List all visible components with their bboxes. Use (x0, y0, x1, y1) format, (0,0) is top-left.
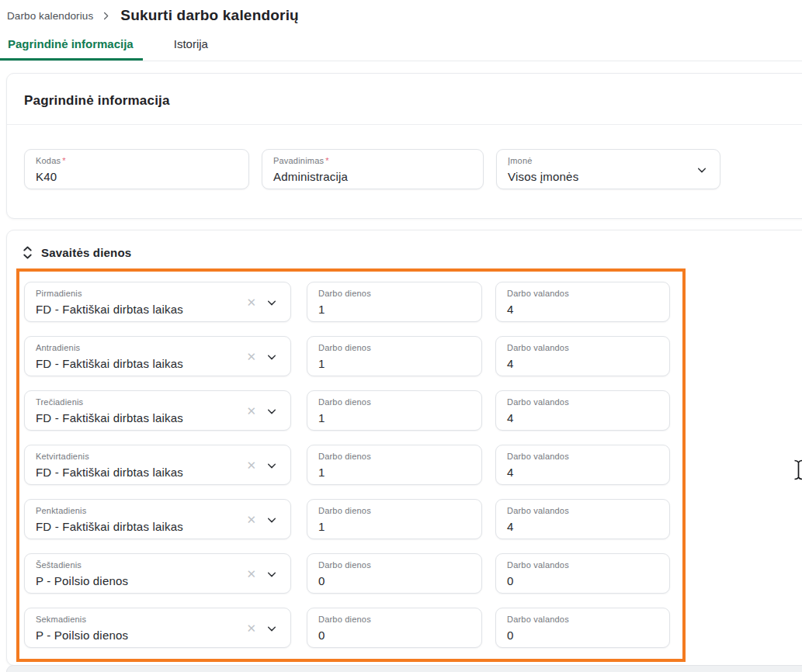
code-value: K40 (36, 170, 238, 183)
page-title: Sukurti darbo kalendorių (120, 7, 299, 24)
weekdays-card: Savaitės dienos Pirmadienis FD - Faktišk… (6, 230, 802, 666)
tab-bar: Pagrindinė informacija Istorija (0, 37, 802, 61)
work-hours-value: 4 (507, 411, 658, 424)
work-hours-input[interactable]: Darbo valandos 4 (495, 499, 670, 539)
name-value: Administracija (273, 170, 472, 183)
work-days-input[interactable]: Darbo dienos 0 (307, 608, 482, 648)
work-days-value: 1 (318, 520, 470, 533)
day-type-select-ketvirtadienis[interactable]: Ketvirtadienis FD - Faktiškai dirbtas la… (24, 445, 291, 485)
chevron-down-icon[interactable] (266, 622, 278, 635)
collapse-expand-icon[interactable] (23, 246, 33, 259)
work-days-input[interactable]: Darbo dienos 1 (307, 336, 482, 376)
work-hours-label: Darbo valandos (507, 506, 658, 515)
day-type-select-sestadienis[interactable]: Šeštadienis P - Poilsio dienos ✕ (24, 553, 291, 594)
required-asterisk: * (325, 156, 328, 165)
day-type-value: FD - Faktiškai dirbtas laikas (36, 466, 236, 479)
tab-pagrindine-informacija[interactable]: Pagrindinė informacija (0, 37, 143, 61)
work-days-label: Darbo dienos (318, 343, 470, 352)
card-title: Pagrindinė informacija (7, 74, 802, 124)
work-hours-input[interactable]: Darbo valandos 4 (495, 336, 670, 376)
day-type-select-pirmadienis[interactable]: Pirmadienis FD - Faktiškai dirbtas laika… (24, 282, 291, 322)
code-field[interactable]: Kodas* K40 (24, 149, 249, 189)
work-days-input[interactable]: Darbo dienos 1 (307, 390, 482, 431)
weekday-row: Penktadienis FD - Faktiškai dirbtas laik… (24, 499, 682, 539)
day-type-value: P - Poilsio dienos (36, 574, 236, 587)
day-label: Šeštadienis (36, 560, 236, 570)
work-days-input[interactable]: Darbo dienos 1 (307, 445, 482, 485)
chevron-down-icon[interactable] (696, 164, 708, 176)
day-type-select-antradienis[interactable]: Antradienis FD - Faktiškai dirbtas laika… (24, 336, 291, 376)
chevron-down-icon[interactable] (266, 459, 278, 472)
work-hours-value: 4 (507, 303, 658, 316)
work-hours-label: Darbo valandos (507, 452, 658, 461)
work-hours-value: 4 (507, 466, 658, 479)
work-days-label: Darbo dienos (318, 289, 470, 298)
company-value: Visos įmonės (508, 170, 709, 183)
clear-icon[interactable]: ✕ (246, 405, 256, 417)
weekday-row: Trečiadienis FD - Faktiškai dirbtas laik… (24, 390, 682, 431)
work-days-input[interactable]: Darbo dienos 1 (307, 282, 482, 322)
weekday-row: Antradienis FD - Faktiškai dirbtas laika… (24, 336, 682, 376)
chevron-down-icon[interactable] (266, 514, 278, 526)
clear-icon[interactable]: ✕ (246, 296, 256, 308)
work-hours-label: Darbo valandos (507, 615, 658, 624)
work-days-value: 0 (318, 574, 470, 587)
day-label: Penktadienis (36, 506, 236, 515)
work-hours-value: 4 (507, 357, 658, 370)
day-label: Antradienis (36, 343, 236, 352)
work-hours-value: 0 (507, 629, 658, 642)
day-type-value: P - Poilsio dienos (36, 629, 236, 642)
weekdays-highlight-box: Pirmadienis FD - Faktiškai dirbtas laika… (16, 268, 686, 662)
work-days-value: 1 (318, 357, 470, 370)
work-hours-input[interactable]: Darbo valandos 0 (495, 553, 670, 594)
tab-istorija[interactable]: Istorija (166, 37, 211, 61)
day-type-select-penktadienis[interactable]: Penktadienis FD - Faktiškai dirbtas laik… (24, 499, 291, 539)
work-hours-input[interactable]: Darbo valandos 0 (495, 608, 670, 648)
breadcrumb: Darbo kalendorius Sukurti darbo kalendor… (0, 0, 802, 24)
next-section-edge (6, 665, 802, 672)
day-label: Trečiadienis (36, 397, 236, 407)
weekday-row: Šeštadienis P - Poilsio dienos ✕ Darbo d… (24, 553, 682, 594)
work-days-value: 1 (318, 303, 470, 316)
work-hours-label: Darbo valandos (507, 560, 658, 570)
weekdays-section-header: Savaitės dienos (7, 230, 802, 268)
breadcrumb-parent-link[interactable]: Darbo kalendorius (7, 10, 93, 22)
work-days-label: Darbo dienos (318, 615, 470, 624)
work-days-input[interactable]: Darbo dienos 0 (307, 553, 482, 594)
work-days-label: Darbo dienos (318, 506, 470, 515)
code-label: Kodas* (36, 156, 238, 165)
required-asterisk: * (62, 156, 65, 165)
general-fields-row: Kodas* K40 Pavadinimas* Administracija Į… (7, 125, 802, 218)
work-hours-label: Darbo valandos (507, 343, 658, 352)
weekday-row: Ketvirtadienis FD - Faktiškai dirbtas la… (24, 445, 682, 485)
general-info-card: Pagrindinė informacija Kodas* K40 Pavadi… (6, 73, 802, 219)
work-days-label: Darbo dienos (318, 452, 470, 461)
work-hours-input[interactable]: Darbo valandos 4 (495, 282, 670, 322)
day-type-select-treciadienis[interactable]: Trečiadienis FD - Faktiškai dirbtas laik… (24, 390, 291, 431)
weekday-row: Sekmadienis P - Poilsio dienos ✕ Darbo d… (24, 608, 682, 648)
clear-icon[interactable]: ✕ (246, 514, 256, 525)
chevron-down-icon[interactable] (266, 351, 278, 363)
chevron-down-icon[interactable] (266, 296, 278, 309)
weekday-row: Pirmadienis FD - Faktiškai dirbtas laika… (24, 282, 682, 322)
chevron-down-icon[interactable] (266, 405, 278, 417)
day-type-value: FD - Faktiškai dirbtas laikas (36, 520, 236, 533)
name-field[interactable]: Pavadinimas* Administracija (262, 149, 484, 189)
work-days-input[interactable]: Darbo dienos 1 (307, 499, 482, 539)
clear-icon[interactable]: ✕ (246, 351, 256, 362)
work-days-value: 1 (318, 466, 470, 479)
work-hours-input[interactable]: Darbo valandos 4 (495, 445, 670, 485)
clear-icon[interactable]: ✕ (246, 568, 256, 580)
chevron-down-icon[interactable] (266, 568, 278, 580)
name-label: Pavadinimas* (273, 156, 472, 165)
clear-icon[interactable]: ✕ (246, 459, 256, 471)
day-label: Sekmadienis (36, 615, 236, 624)
work-hours-input[interactable]: Darbo valandos 4 (495, 390, 670, 431)
clear-icon[interactable]: ✕ (246, 622, 256, 634)
day-type-value: FD - Faktiškai dirbtas laikas (36, 411, 236, 424)
day-type-select-sekmadienis[interactable]: Sekmadienis P - Poilsio dienos ✕ (24, 608, 291, 648)
day-type-value: FD - Faktiškai dirbtas laikas (36, 303, 236, 316)
company-label: Įmonė (508, 156, 709, 165)
company-select[interactable]: Įmonė Visos įmonės (496, 149, 720, 189)
chevron-right-icon (100, 10, 112, 22)
